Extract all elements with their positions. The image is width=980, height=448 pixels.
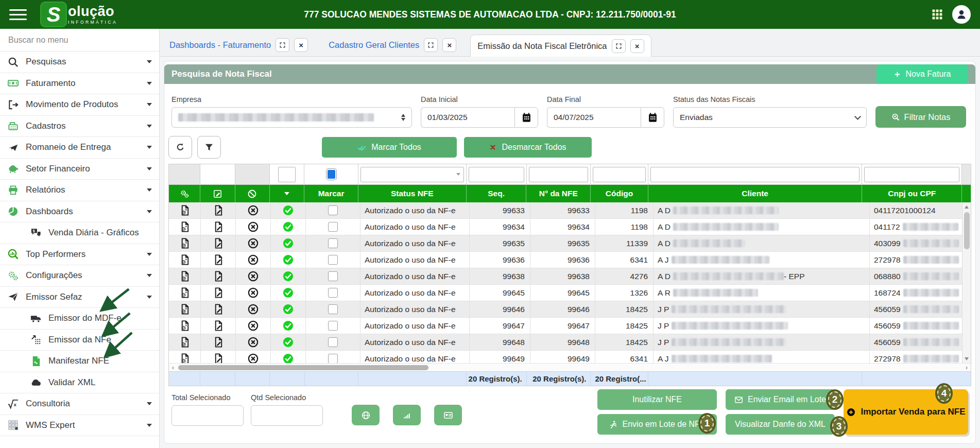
column-nfe[interactable]: N° da NFE — [526, 185, 591, 202]
row-checkbox[interactable] — [306, 268, 360, 284]
table-row[interactable]: Autorizado o uso da NF-e 99646 99646 184… — [169, 301, 971, 318]
cancel-nfe-icon[interactable] — [236, 301, 271, 317]
table-row[interactable]: Autorizado o uso da NF-e 99633 99633 119… — [169, 202, 971, 219]
web-button[interactable] — [352, 405, 380, 425]
status-notas-select[interactable]: Enviadas — [673, 107, 867, 128]
scroll-left-icon[interactable]: ‹ — [169, 364, 177, 372]
print-danfe-icon[interactable] — [169, 268, 201, 284]
column-codigo[interactable]: Código — [591, 185, 648, 202]
scrollbar-thumb[interactable] — [178, 365, 428, 370]
edit-nfe-icon[interactable] — [201, 334, 236, 350]
cancel-nfe-icon[interactable] — [236, 268, 271, 284]
print-danfe-icon[interactable] — [169, 318, 201, 334]
inutilizar-nfe-button[interactable]: Inutilizar NFE — [597, 389, 717, 410]
expand-tab-icon[interactable] — [612, 39, 626, 53]
filtrar-notas-button[interactable]: Filtrar Notas — [875, 106, 966, 128]
cancel-nfe-icon[interactable] — [236, 252, 271, 268]
data-final-input[interactable]: 04/07/2025 — [547, 107, 641, 128]
seq-filter-input[interactable] — [467, 164, 527, 185]
edit-nfe-icon[interactable] — [201, 285, 236, 301]
sidebar-item-validar-xml[interactable]: Validar XML — [0, 372, 159, 394]
sidebar-item-wms-expert[interactable]: WMS Expert — [0, 415, 159, 437]
vertical-scrollbar[interactable] — [962, 202, 971, 363]
email-button[interactable] — [434, 405, 462, 425]
cancel-nfe-icon[interactable] — [236, 235, 271, 251]
data-final-calendar-button[interactable] — [641, 107, 664, 128]
table-row[interactable]: Autorizado o uso da NF-e 99638 99638 427… — [169, 268, 971, 285]
row-checkbox[interactable] — [306, 219, 360, 235]
table-row[interactable]: Autorizado o uso da NF-e 99634 99634 119… — [169, 219, 971, 235]
menu-search-input[interactable] — [0, 29, 159, 51]
qtd-selecionado-input[interactable] — [251, 405, 323, 426]
scroll-right-icon[interactable]: › — [962, 364, 971, 372]
edit-nfe-icon[interactable] — [201, 219, 236, 235]
apps-grid-icon[interactable] — [931, 8, 944, 21]
tab-cadastro-geral-clientes[interactable]: Cadastro Geral Clientes × — [322, 34, 463, 56]
visualizar-danfe-button[interactable]: Visualizar Danfe do XML — [726, 414, 835, 435]
cancel-nfe-icon[interactable] — [236, 351, 271, 363]
print-danfe-icon[interactable] — [169, 202, 201, 218]
row-checkbox[interactable] — [306, 235, 360, 251]
horizontal-scrollbar[interactable]: ‹ › — [169, 363, 971, 371]
total-selecionado-input[interactable] — [171, 405, 244, 426]
print-danfe-icon[interactable] — [169, 334, 201, 350]
sidebar-item-movimento-de-produtos[interactable]: Movimento de Produtos — [0, 94, 159, 116]
filter-cell[interactable] — [270, 164, 304, 185]
column-cliente[interactable]: Cliente — [648, 185, 862, 202]
column-marcar[interactable]: Marcar — [304, 185, 358, 202]
tab-dashboards-faturamento[interactable]: Dashboards - Faturamento × — [163, 34, 315, 56]
sidebar-item-emissor-do-mdf-e[interactable]: Emissor do MDF-e — [0, 308, 159, 330]
cancel-nfe-icon[interactable] — [236, 202, 271, 218]
table-row[interactable]: Autorizado o uso da NF-e 99647 99647 184… — [169, 318, 971, 334]
edit-nfe-icon[interactable] — [201, 202, 236, 218]
print-danfe-icon[interactable] — [169, 252, 201, 268]
sidebar-item-dashboards[interactable]: Dashboards — [0, 201, 159, 223]
select-all-checkbox[interactable] — [304, 164, 358, 185]
print-danfe-icon[interactable] — [169, 351, 201, 363]
sidebar-item-venda-diaria-graficos[interactable]: Venda Diária - Gráficos — [0, 222, 159, 244]
print-danfe-icon[interactable] — [169, 235, 201, 251]
marcar-todos-button[interactable]: Marcar Todos — [322, 137, 457, 158]
close-tab-icon[interactable]: × — [294, 38, 308, 52]
edit-nfe-icon[interactable] — [201, 351, 236, 363]
sidebar-item-romaneio-de-entrega[interactable]: Romaneio de Entrega — [0, 137, 159, 159]
table-row[interactable]: Autorizado o uso da NF-e 99648 99648 184… — [169, 334, 971, 351]
sidebar-item-relatorios[interactable]: Relatórios — [0, 180, 159, 201]
scroll-up-icon[interactable] — [962, 202, 971, 211]
sidebar-item-emissor-da-nfe[interactable]: Emissor da NFe — [0, 330, 159, 351]
filter-button[interactable] — [197, 136, 221, 159]
edit-nfe-icon[interactable] — [201, 318, 236, 334]
edit-nfe-icon[interactable] — [201, 301, 236, 317]
data-inicial-input[interactable]: 01/03/2025 — [421, 107, 514, 128]
sidebar-item-faturamento[interactable]: Faturamento — [0, 73, 159, 95]
print-danfe-icon[interactable] — [169, 219, 201, 235]
cancel-nfe-icon[interactable] — [236, 334, 271, 350]
sidebar-item-configuracoes[interactable]: Configurações — [0, 265, 159, 287]
expand-tab-icon[interactable] — [424, 38, 438, 52]
enviar-email-lote-button[interactable]: Enviar Email em Lote — [726, 389, 835, 410]
row-checkbox[interactable] — [306, 334, 360, 350]
cnpj-filter-input[interactable] — [862, 164, 962, 185]
nfe-filter-input[interactable] — [527, 164, 591, 185]
edit-nfe-icon[interactable] — [201, 235, 236, 251]
refresh-button[interactable] — [168, 136, 192, 159]
cancel-nfe-icon[interactable] — [236, 318, 271, 334]
tab-emissao-da-nota-fiscal-eletronica[interactable]: Emissão da Nota Fiscal Eletrônica × — [470, 35, 651, 57]
row-checkbox[interactable] — [306, 351, 360, 363]
sidebar-item-manifestar-nfe[interactable]: Manifestar NFE — [0, 351, 159, 372]
column-cnpj[interactable]: Cnpj ou CPF — [862, 185, 962, 202]
table-row[interactable]: Autorizado o uso da NF-e 99636 99636 634… — [169, 252, 971, 268]
expand-tab-icon[interactable] — [276, 38, 289, 52]
desmarcar-todos-button[interactable]: Desmarcar Todos — [464, 137, 592, 158]
cancel-nfe-icon[interactable] — [236, 219, 271, 235]
sidebar-item-emissor-sefaz[interactable]: Emissor Sefaz — [0, 287, 159, 308]
sidebar-item-pesquisas[interactable]: Pesquisas — [0, 51, 159, 73]
close-tab-icon[interactable]: × — [442, 38, 456, 52]
close-tab-icon[interactable]: × — [630, 39, 644, 53]
column-seq[interactable]: Seq. — [467, 185, 527, 202]
row-checkbox[interactable] — [306, 318, 360, 334]
edit-nfe-icon[interactable] — [201, 252, 236, 268]
print-danfe-icon[interactable] — [169, 301, 201, 317]
scroll-down-icon[interactable] — [962, 354, 971, 363]
chart-button[interactable] — [393, 405, 421, 425]
